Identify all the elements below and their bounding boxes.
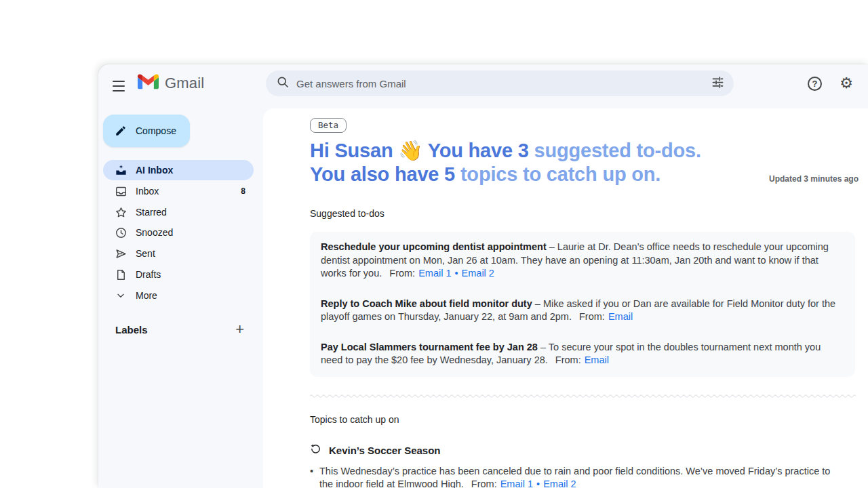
chevron-down-icon bbox=[114, 289, 127, 302]
compose-button[interactable]: Compose bbox=[103, 115, 190, 147]
updated-timestamp: Updated 3 minutes ago bbox=[769, 174, 859, 184]
email-link[interactable]: Email bbox=[585, 354, 609, 365]
email-link[interactable]: Email 1 bbox=[500, 479, 533, 488]
from-label: From: bbox=[389, 268, 415, 279]
suggested-todos-header: Suggested to-dos bbox=[310, 208, 856, 219]
email-link[interactable]: Email 2 bbox=[462, 268, 494, 279]
from-label: From: bbox=[579, 311, 605, 322]
gmail-logo-text: Gmail bbox=[165, 75, 204, 92]
top-header: Gmail ? ⚙ bbox=[98, 64, 868, 108]
labels-section-header: Labels + bbox=[103, 319, 254, 340]
email-link[interactable]: Email 1 bbox=[418, 268, 451, 279]
sidebar-item-label: Starred bbox=[136, 207, 167, 218]
wavy-divider bbox=[310, 393, 856, 398]
star-icon bbox=[114, 205, 127, 219]
search-filters-icon[interactable] bbox=[711, 75, 725, 92]
link-separator: • bbox=[455, 268, 458, 279]
todo-title: Pay Local Slammers tournament fee by Jan… bbox=[321, 342, 538, 352]
sidebar-item-more[interactable]: More bbox=[103, 285, 254, 306]
todo-item: Pay Local Slammers tournament fee by Jan… bbox=[321, 341, 844, 367]
email-link[interactable]: Email 2 bbox=[543, 479, 576, 488]
todo-title: Reply to Coach Mike about field monitor … bbox=[321, 298, 532, 309]
search-input[interactable] bbox=[296, 78, 711, 89]
sidebar-item-sent[interactable]: Sent bbox=[103, 243, 254, 264]
greeting-line-1: Hi Susan 👋 You have 3 suggested to-dos. bbox=[310, 139, 856, 163]
inbox-unread-count: 8 bbox=[241, 186, 245, 196]
todo-item: Reply to Coach Mike about field monitor … bbox=[321, 298, 844, 324]
sidebar: Compose AI Inbox Inbox 8 bbox=[98, 108, 263, 488]
topic-bullet: This Wednesday’s practice has been cance… bbox=[310, 465, 833, 488]
topic-section-header: Kevin’s Soccer Season bbox=[310, 443, 856, 458]
gmail-logo: Gmail bbox=[138, 74, 204, 93]
todo-title: Reschedule your upcoming dentist appoint… bbox=[321, 241, 547, 252]
gmail-window: Gmail ? ⚙ Compo bbox=[98, 64, 868, 488]
sidebar-item-snoozed[interactable]: Snoozed bbox=[103, 222, 254, 243]
sidebar-item-label: Inbox bbox=[136, 186, 159, 197]
history-refresh-icon bbox=[310, 443, 321, 458]
hamburger-menu-icon[interactable] bbox=[113, 77, 130, 96]
beta-badge: Beta bbox=[310, 118, 347, 133]
sidebar-item-label: AI Inbox bbox=[136, 165, 173, 176]
sidebar-item-starred[interactable]: Starred bbox=[103, 202, 254, 222]
clock-icon bbox=[114, 226, 127, 239]
send-icon bbox=[114, 247, 127, 260]
gmail-m-icon bbox=[138, 74, 159, 93]
email-link[interactable]: Email bbox=[608, 311, 633, 322]
settings-gear-icon[interactable]: ⚙ bbox=[838, 75, 854, 92]
todo-item: Reschedule your upcoming dentist appoint… bbox=[321, 241, 844, 281]
help-icon[interactable]: ? bbox=[808, 77, 822, 91]
link-separator: • bbox=[536, 479, 540, 488]
labels-header-text: Labels bbox=[115, 324, 148, 336]
sidebar-item-label: Sent bbox=[136, 248, 155, 259]
pencil-icon bbox=[115, 125, 127, 137]
sidebar-item-label: More bbox=[136, 290, 157, 301]
sidebar-item-drafts[interactable]: Drafts bbox=[103, 264, 254, 285]
ai-inbox-panel: Beta Hi Susan 👋 You have 3 suggested to-… bbox=[263, 108, 868, 488]
ai-inbox-icon bbox=[114, 163, 127, 177]
file-icon bbox=[114, 268, 127, 281]
sidebar-item-inbox[interactable]: Inbox 8 bbox=[103, 181, 254, 201]
wave-emoji: 👋 bbox=[398, 140, 422, 161]
topics-header: Topics to catch up on bbox=[310, 414, 856, 425]
from-label: From: bbox=[471, 479, 497, 488]
sidebar-item-label: Drafts bbox=[136, 269, 161, 280]
topic-bullet-list: This Wednesday’s practice has been cance… bbox=[310, 465, 833, 488]
compose-label: Compose bbox=[136, 125, 176, 136]
sidebar-item-label: Snoozed bbox=[136, 227, 173, 238]
inbox-icon bbox=[114, 184, 127, 198]
suggested-todos-card: Reschedule your upcoming dentist appoint… bbox=[310, 232, 855, 377]
add-label-button[interactable]: + bbox=[235, 323, 244, 336]
sidebar-item-ai-inbox[interactable]: AI Inbox bbox=[103, 160, 254, 180]
search-icon bbox=[276, 75, 290, 92]
search-bar[interactable] bbox=[266, 70, 734, 96]
from-label: From: bbox=[555, 354, 581, 365]
topic-title: Kevin’s Soccer Season bbox=[329, 445, 441, 456]
